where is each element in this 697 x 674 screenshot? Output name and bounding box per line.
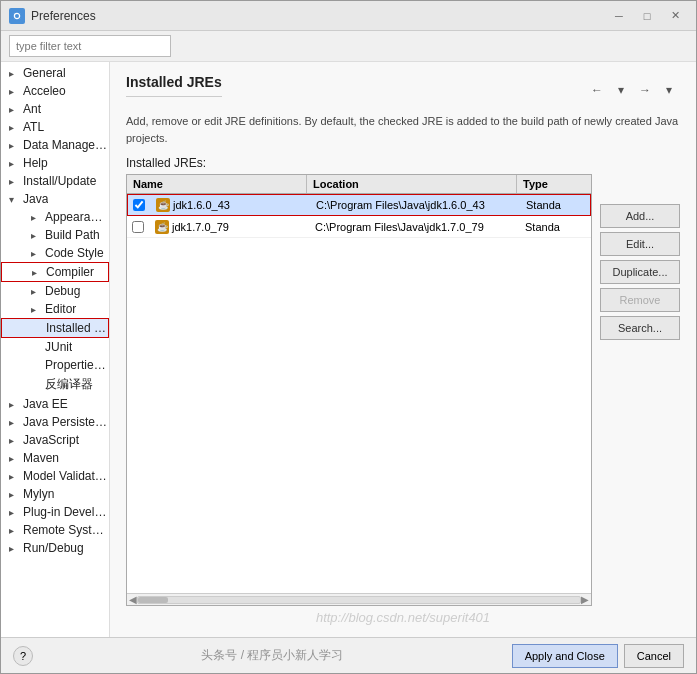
filter-input[interactable] (9, 35, 171, 57)
jre-icon: ☕ (156, 198, 170, 212)
sidebar-item-maven[interactable]: ▸Maven (1, 449, 109, 467)
sidebar-item-label: Remote Systems (23, 523, 109, 537)
sidebar-item-code-style[interactable]: ▸Code Style (1, 244, 109, 262)
row-checkbox[interactable] (127, 221, 149, 233)
sidebar-item-java-persistence[interactable]: ▸Java Persistence (1, 413, 109, 431)
bottom-left: ? (13, 646, 33, 666)
sidebar-item-label: JavaScript (23, 433, 79, 447)
sidebar-item-build-path[interactable]: ▸Build Path (1, 226, 109, 244)
sidebar-item-acceleo[interactable]: ▸Acceleo (1, 82, 109, 100)
sidebar-item-mylyn[interactable]: ▸Mylyn (1, 485, 109, 503)
sidebar-item-help[interactable]: ▸Help (1, 154, 109, 172)
row-checkbox[interactable] (128, 199, 150, 211)
arrow-icon: ▸ (9, 68, 21, 79)
sidebar-item-label: Debug (45, 284, 80, 298)
arrow-icon: ▸ (9, 435, 21, 446)
help-button[interactable]: ? (13, 646, 33, 666)
add-button[interactable]: Add... (600, 204, 680, 228)
row-location: C:\Program Files\Java\jdk1.6.0_43 (310, 197, 520, 213)
sidebar-item-label: Java EE (23, 397, 68, 411)
title-bar: Preferences ─ □ ✕ (1, 1, 696, 31)
panel-title: Installed JREs (126, 74, 222, 97)
svg-point-1 (15, 14, 19, 18)
sidebar-item-compiler[interactable]: ▸Compiler (1, 262, 109, 282)
jre-table: Name Location Type ☕jdk1.6.0_43C:\Progra… (126, 174, 592, 606)
arrow-icon: ▸ (9, 453, 21, 464)
arrow-icon: ▸ (31, 212, 43, 223)
minimize-button[interactable]: ─ (606, 5, 632, 27)
sidebar-item-appearance[interactable]: ▸Appearance (1, 208, 109, 226)
arrow-icon: ▸ (9, 417, 21, 428)
right-panel: Installed JREs ← ▾ → ▾ Add, remove or ed… (110, 62, 696, 637)
preferences-window: Preferences ─ □ ✕ ▸General▸Acceleo▸Ant▸A… (0, 0, 697, 674)
bottom-buttons: Apply and Close Cancel (512, 644, 684, 668)
duplicate-button[interactable]: Duplicate... (600, 260, 680, 284)
arrow-icon: ▸ (31, 230, 43, 241)
sidebar-item-model-validation[interactable]: ▸Model Validation (1, 467, 109, 485)
arrow-icon: ▸ (9, 525, 21, 536)
sidebar-item-decompiler[interactable]: 反编译器 (1, 374, 109, 395)
col-header-location: Location (307, 175, 517, 193)
main-content: ▸General▸Acceleo▸Ant▸ATL▸Data Management… (1, 62, 696, 637)
sidebar-item-atl[interactable]: ▸ATL (1, 118, 109, 136)
nav-bar: ← ▾ → ▾ (586, 79, 680, 101)
panel-header: Installed JREs ← ▾ → ▾ (126, 74, 680, 105)
sidebar-item-ant[interactable]: ▸Ant (1, 100, 109, 118)
bottom-bar: ? 头条号 / 程序员小新人学习 Apply and Close Cancel (1, 637, 696, 673)
sidebar-item-label: Model Validation (23, 469, 109, 483)
arrow-icon: ▸ (9, 140, 21, 151)
sidebar-item-remote-systems[interactable]: ▸Remote Systems (1, 521, 109, 539)
sidebar-item-properties-files[interactable]: Properties Files Ed... (1, 356, 109, 374)
edit-button[interactable]: Edit... (600, 232, 680, 256)
sidebar-item-label: Help (23, 156, 48, 170)
sidebar-item-label: Editor (45, 302, 76, 316)
window-icon (9, 8, 25, 24)
sidebar-item-data-management[interactable]: ▸Data Management (1, 136, 109, 154)
sidebar-item-general[interactable]: ▸General (1, 64, 109, 82)
maximize-button[interactable]: □ (634, 5, 660, 27)
jre-section: Name Location Type ☕jdk1.6.0_43C:\Progra… (126, 174, 680, 606)
cancel-button[interactable]: Cancel (624, 644, 684, 668)
sidebar-item-install-update[interactable]: ▸Install/Update (1, 172, 109, 190)
row-name: ☕jdk1.6.0_43 (150, 196, 310, 214)
arrow-icon: ▸ (9, 471, 21, 482)
scrollbar-track[interactable] (137, 596, 581, 604)
row-type: Standa (520, 197, 590, 213)
table-row[interactable]: ☕jdk1.7.0_79C:\Program Files\Java\jdk1.7… (127, 216, 591, 238)
arrow-icon: ▸ (31, 286, 43, 297)
sidebar-item-label: Code Style (45, 246, 104, 260)
remove-button[interactable]: Remove (600, 288, 680, 312)
scrollbar-thumb[interactable] (138, 597, 168, 603)
arrow-icon: ▸ (9, 399, 21, 410)
sidebar-item-label: Java (23, 192, 48, 206)
sidebar-item-label: Plug-in Development (23, 505, 109, 519)
bottom-watermark: 头条号 / 程序员小新人学习 (201, 647, 343, 664)
window-controls: ─ □ ✕ (606, 5, 688, 27)
sidebar-item-label: Compiler (46, 265, 94, 279)
horizontal-scrollbar[interactable]: ◀ ▶ (127, 593, 591, 605)
close-button[interactable]: ✕ (662, 5, 688, 27)
nav-back-dropdown[interactable]: ▾ (610, 79, 632, 101)
sidebar-item-label: Java Persistence (23, 415, 109, 429)
nav-back-button[interactable]: ← (586, 79, 608, 101)
sidebar-item-junit[interactable]: JUnit (1, 338, 109, 356)
arrow-icon: ▸ (9, 176, 21, 187)
sidebar-item-installed-jres[interactable]: Installed JREs (1, 318, 109, 338)
sidebar-item-label: Acceleo (23, 84, 66, 98)
sidebar-item-javascript[interactable]: ▸JavaScript (1, 431, 109, 449)
action-buttons: Add... Edit... Duplicate... Remove Searc… (600, 174, 680, 606)
search-button[interactable]: Search... (600, 316, 680, 340)
sidebar-item-java-ee[interactable]: ▸Java EE (1, 395, 109, 413)
nav-forward-dropdown[interactable]: ▾ (658, 79, 680, 101)
table-row[interactable]: ☕jdk1.6.0_43C:\Program Files\Java\jdk1.6… (127, 194, 591, 216)
apply-close-button[interactable]: Apply and Close (512, 644, 618, 668)
sidebar-item-label: Build Path (45, 228, 100, 242)
sidebar-item-debug[interactable]: ▸Debug (1, 282, 109, 300)
sidebar-item-run-debug[interactable]: ▸Run/Debug (1, 539, 109, 557)
sidebar-item-plugin-development[interactable]: ▸Plug-in Development (1, 503, 109, 521)
sidebar-item-editor[interactable]: ▸Editor (1, 300, 109, 318)
sidebar-item-label: 反编译器 (45, 376, 93, 393)
nav-forward-button[interactable]: → (634, 79, 656, 101)
sidebar-item-java[interactable]: ▾Java (1, 190, 109, 208)
col-header-name: Name (127, 175, 307, 193)
